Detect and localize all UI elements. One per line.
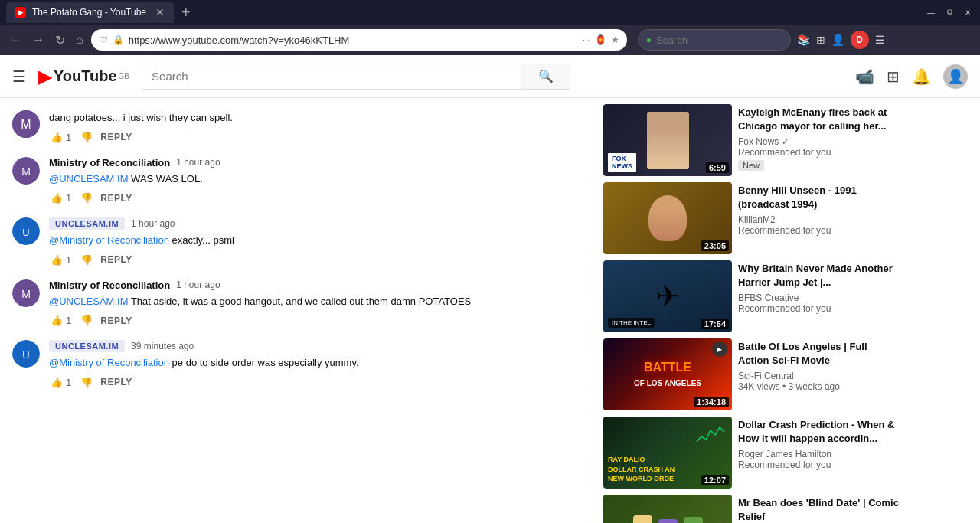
- comment-actions: 👍 1 👎 REPLY: [49, 253, 585, 267]
- duration-badge: 12:07: [701, 475, 729, 485]
- recommendation-item[interactable]: 23:05 Benny Hill Unseen - 1991 (broadcas…: [603, 182, 899, 254]
- dislike-button[interactable]: 👎: [79, 130, 94, 145]
- recommendation-item[interactable]: ✈ IN THE INTEL 17:54 Why Britain Never M…: [603, 260, 899, 332]
- recommendation-item[interactable]: Mr Bean does 'Blind Date' | Comic Relief…: [603, 495, 899, 523]
- rec-thumbnail: [603, 495, 732, 523]
- channel-name: Fox News: [738, 136, 779, 147]
- reply-button[interactable]: REPLY: [100, 132, 132, 142]
- profile-avatar[interactable]: D: [851, 31, 869, 49]
- thumbs-up-icon: 👍: [51, 315, 63, 326]
- comment-actions: 👍 1 👎 REPLY: [49, 313, 585, 328]
- forward-button[interactable]: →: [29, 30, 47, 50]
- duration-badge: 23:05: [701, 240, 729, 251]
- comment-time: 1 hour ago: [176, 279, 220, 290]
- youtube-search-button[interactable]: 🔍: [521, 64, 570, 89]
- svg-text:M: M: [21, 288, 31, 300]
- synced-tabs-icon[interactable]: ⊞: [816, 34, 825, 46]
- browser-search-input[interactable]: [656, 34, 763, 46]
- address-bar[interactable]: 🛡 🔒 https://www.youtube.com/watch?v=yko4…: [91, 29, 627, 51]
- recommendation-item[interactable]: RAY DALIODOLLAR CRASH ANNEW WORLD ORDE 1…: [603, 417, 899, 489]
- comment-header: Ministry of Reconciliation 1 hour ago: [49, 157, 585, 168]
- rec-thumbnail: BATTLEOF LOS ANGELES ▶ 1:34:18: [603, 338, 732, 410]
- like-button[interactable]: 👍 1: [49, 191, 73, 205]
- rec-info: Battle Of Los Angeles | Full Action Sci-…: [738, 338, 899, 410]
- reply-button[interactable]: REPLY: [100, 377, 132, 387]
- comment-text: @UNCLESAM.IM WAS WAS LOL.: [49, 172, 585, 187]
- apps-icon[interactable]: ⊞: [887, 67, 900, 86]
- youtube-search-bar[interactable]: 🔍: [142, 64, 570, 90]
- youtube-search-input[interactable]: [142, 64, 521, 89]
- bookmark-icon[interactable]: ★: [611, 34, 619, 45]
- browser-titlebar: ▶ The Potato Gang - YouTube ✕ + — ⧉ ✕: [0, 0, 980, 25]
- rec-thumbnail: FOXNEWS 6:59: [603, 104, 732, 176]
- menu-icon[interactable]: ☰: [12, 67, 26, 86]
- thumbs-down-icon: 👎: [80, 377, 93, 388]
- thumbs-up-icon: 👍: [51, 132, 63, 143]
- home-button[interactable]: ⌂: [73, 30, 87, 50]
- rec-title: Battle Of Los Angeles | Full Action Sci-…: [738, 340, 899, 368]
- channel-name: KillianM2: [738, 214, 776, 225]
- rec-title: Why Britain Never Made Another Harrier J…: [738, 262, 899, 289]
- rec-thumbnail: RAY DALIODOLLAR CRASH ANNEW WORLD ORDE 1…: [603, 417, 732, 489]
- thumbs-down-icon: 👎: [80, 254, 93, 266]
- dislike-button[interactable]: 👎: [79, 313, 94, 328]
- rec-meta: Recommended for you: [738, 459, 899, 470]
- rec-info: Benny Hill Unseen - 1991 (broadcast 1994…: [738, 182, 899, 254]
- channel-name: Roger James Hamilton: [738, 449, 831, 459]
- upload-video-icon[interactable]: 📹: [855, 67, 874, 86]
- rec-channel: Roger James Hamilton: [738, 449, 899, 459]
- comment-actions: 👍 1 👎 REPLY: [49, 375, 585, 390]
- youtube-logo[interactable]: ▶ YouTube GB: [38, 66, 129, 87]
- reply-button[interactable]: REPLY: [100, 193, 132, 204]
- mention-link[interactable]: @Ministry of Reconciliation: [49, 357, 169, 368]
- search-dot-icon: ●: [646, 34, 652, 45]
- mention-link[interactable]: @Ministry of Reconciliation: [49, 234, 169, 246]
- like-button[interactable]: 👍 1: [49, 253, 73, 267]
- maximize-button[interactable]: ⧉: [943, 6, 956, 18]
- rec-title: Kayleigh McEnany fires back at Chicago m…: [738, 106, 899, 133]
- mention-link[interactable]: @UNCLESAM.IM: [49, 173, 129, 185]
- browser-search-bar[interactable]: ●: [638, 29, 791, 51]
- avatar: M: [12, 110, 40, 138]
- comment-text: @UNCLESAM.IM That aside, it was a good h…: [49, 294, 585, 309]
- account-icon[interactable]: 👤: [831, 34, 844, 46]
- browser-tab[interactable]: ▶ The Potato Gang - YouTube ✕: [6, 2, 174, 23]
- notifications-icon[interactable]: 🔔: [912, 67, 931, 86]
- mention-link[interactable]: @UNCLESAM.IM: [49, 296, 129, 307]
- main-content: M dang potatoes... i just wish they can …: [0, 98, 980, 523]
- reply-button[interactable]: REPLY: [100, 315, 132, 326]
- comment-body: UNCLESAM.IM 1 hour ago @Ministry of Reco…: [49, 217, 585, 267]
- rec-meta: Recommended for you: [738, 303, 899, 314]
- reply-button[interactable]: REPLY: [100, 254, 132, 265]
- library-icon[interactable]: 📚: [797, 34, 810, 46]
- dislike-button[interactable]: 👎: [79, 191, 94, 205]
- thumbs-down-icon: 👎: [80, 132, 93, 143]
- extensions-icon[interactable]: ☰: [875, 34, 885, 46]
- svg-text:M: M: [21, 118, 31, 131]
- recommendation-item[interactable]: FOXNEWS 6:59 Kayleigh McEnany fires back…: [603, 104, 899, 176]
- close-window-button[interactable]: ✕: [962, 6, 974, 18]
- avatar: M: [12, 279, 40, 307]
- refresh-button[interactable]: ↻: [52, 30, 68, 51]
- minimize-button[interactable]: —: [925, 6, 937, 18]
- dislike-button[interactable]: 👎: [79, 253, 94, 267]
- tab-close-button[interactable]: ✕: [155, 6, 165, 18]
- recommendation-item[interactable]: BATTLEOF LOS ANGELES ▶ 1:34:18 Battle Of…: [603, 338, 899, 410]
- address-menu-icon[interactable]: ···: [583, 34, 590, 45]
- rec-info: Why Britain Never Made Another Harrier J…: [738, 260, 899, 332]
- pocket-icon[interactable]: 🏮: [595, 34, 606, 45]
- back-button[interactable]: ←: [6, 30, 24, 50]
- comment-author: Ministry of Reconciliation: [49, 279, 170, 291]
- new-tab-button[interactable]: +: [181, 4, 191, 21]
- like-count: 1: [66, 192, 71, 204]
- tab-title: The Potato Gang - YouTube: [32, 7, 146, 18]
- thumbs-up-icon: 👍: [51, 192, 63, 204]
- user-avatar[interactable]: 👤: [943, 64, 968, 89]
- verified-icon: ✓: [782, 137, 789, 147]
- dislike-button[interactable]: 👎: [79, 375, 94, 390]
- like-button[interactable]: 👍 1: [49, 375, 73, 390]
- user-badge: UNCLESAM.IM: [49, 340, 125, 352]
- like-button[interactable]: 👍 1: [49, 313, 73, 328]
- toolbar-right: ● 📚 ⊞ 👤 D ☰: [638, 29, 885, 51]
- like-button[interactable]: 👍 1: [49, 130, 73, 145]
